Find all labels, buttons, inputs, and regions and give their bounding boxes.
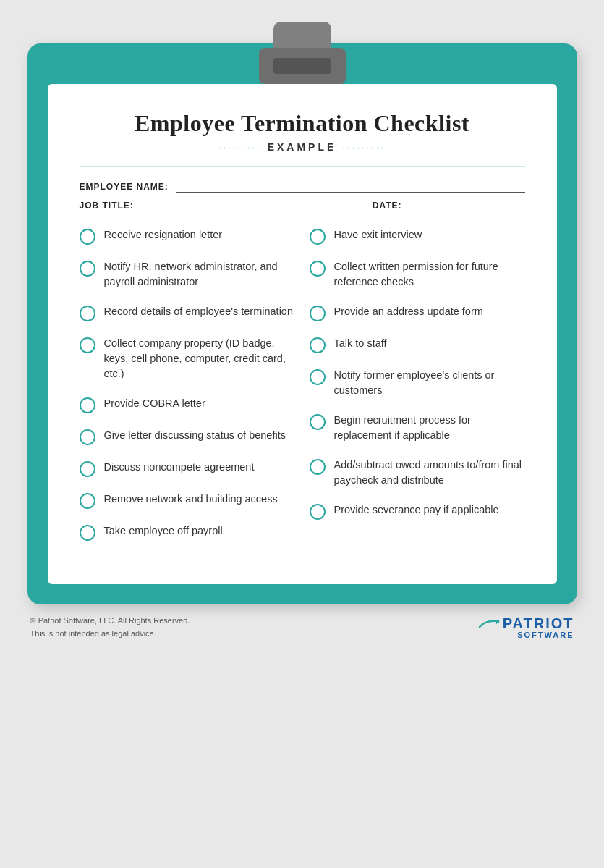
job-date-row: JOB TITLE: DATE: bbox=[80, 200, 525, 211]
item-text: Take employee off payroll bbox=[104, 523, 223, 539]
dots-left: ········· bbox=[218, 142, 262, 153]
dots-right: ········· bbox=[342, 142, 386, 153]
list-item: Remove network and building access bbox=[80, 492, 295, 509]
patriot-swoosh: PATRIOT bbox=[478, 616, 574, 631]
checkbox-circle[interactable] bbox=[80, 229, 95, 245]
brand-sub: SOFTWARE bbox=[517, 631, 574, 639]
list-item: Have exit interview bbox=[310, 227, 525, 245]
item-text: Notify HR, network administrator, and pa… bbox=[104, 259, 295, 290]
list-item: Discuss noncompete agreement bbox=[80, 460, 295, 477]
date-part: DATE: bbox=[373, 200, 525, 211]
checkbox-circle[interactable] bbox=[80, 397, 95, 413]
list-item: Notify HR, network administrator, and pa… bbox=[80, 259, 295, 290]
checkbox-circle[interactable] bbox=[80, 493, 95, 509]
item-text: Give letter discussing status of benefit… bbox=[104, 428, 286, 443]
clipboard: Employee Termination Checklist ·········… bbox=[27, 43, 577, 604]
date-label: DATE: bbox=[373, 201, 402, 211]
subtitle-row: ········· EXAMPLE ········· bbox=[80, 141, 525, 153]
item-text: Remove network and building access bbox=[104, 492, 278, 507]
checkbox-circle[interactable] bbox=[310, 306, 326, 321]
list-item: Provide severance pay if applicable bbox=[310, 502, 525, 520]
item-text: Provide an address update form bbox=[334, 304, 483, 319]
clip bbox=[259, 22, 346, 84]
form-fields: EMPLOYEE NAME: JOB TITLE: DATE: bbox=[80, 181, 525, 211]
paper: Employee Termination Checklist ·········… bbox=[48, 84, 557, 584]
footer-left: © Patriot Software, LLC. All Rights Rese… bbox=[30, 615, 190, 640]
checkbox-circle[interactable] bbox=[310, 504, 326, 520]
list-item: Collect written permission for future re… bbox=[310, 259, 525, 290]
item-text: Add/subtract owed amounts to/from final … bbox=[334, 458, 525, 488]
item-text: Provide severance pay if applicable bbox=[334, 502, 499, 518]
checkbox-circle[interactable] bbox=[80, 337, 95, 353]
brand-name: PATRIOT bbox=[503, 616, 574, 631]
employee-name-line bbox=[176, 181, 525, 193]
checkbox-circle[interactable] bbox=[310, 261, 326, 277]
list-item: Record details of employee's termination bbox=[80, 304, 295, 321]
employee-name-row: EMPLOYEE NAME: bbox=[80, 181, 525, 193]
list-item: Give letter discussing status of benefit… bbox=[80, 428, 295, 445]
checkbox-circle[interactable] bbox=[80, 461, 95, 477]
item-text: Record details of employee's termination bbox=[104, 304, 293, 319]
clip-top bbox=[48, 22, 557, 84]
patriot-logo: PATRIOT SOFTWARE bbox=[478, 616, 574, 639]
list-item: Take employee off payroll bbox=[80, 523, 295, 541]
item-text: Discuss noncompete agreement bbox=[104, 460, 255, 475]
list-item: Talk to staff bbox=[310, 336, 525, 353]
checkbox-circle[interactable] bbox=[310, 337, 326, 353]
clip-inner bbox=[273, 58, 331, 74]
divider bbox=[80, 166, 525, 167]
checklist-columns: Receive resignation letter Notify HR, ne… bbox=[80, 227, 525, 555]
date-line bbox=[409, 200, 525, 211]
copyright: © Patriot Software, LLC. All Rights Rese… bbox=[30, 615, 190, 628]
list-item: Provide COBRA letter bbox=[80, 396, 295, 413]
checkbox-circle[interactable] bbox=[310, 229, 326, 245]
checkbox-circle[interactable] bbox=[80, 261, 95, 277]
job-title-part: JOB TITLE: bbox=[80, 200, 351, 211]
item-text: Have exit interview bbox=[334, 227, 422, 243]
swoosh-icon bbox=[478, 618, 500, 628]
footer: © Patriot Software, LLC. All Rights Rese… bbox=[27, 604, 577, 640]
checkbox-circle[interactable] bbox=[310, 414, 326, 430]
document-title: Employee Termination Checklist bbox=[80, 110, 525, 137]
list-item: Collect company property (ID badge, keys… bbox=[80, 336, 295, 382]
checkbox-circle[interactable] bbox=[310, 369, 326, 385]
clip-arm bbox=[273, 22, 331, 48]
item-text: Provide COBRA letter bbox=[104, 396, 205, 411]
item-text: Receive resignation letter bbox=[104, 227, 223, 243]
checkbox-circle[interactable] bbox=[80, 306, 95, 321]
checkbox-circle[interactable] bbox=[80, 429, 95, 445]
item-text: Collect company property (ID badge, keys… bbox=[104, 336, 295, 382]
checkbox-circle[interactable] bbox=[80, 525, 95, 541]
right-column: Have exit interview Collect written perm… bbox=[310, 227, 525, 555]
list-item: Notify former employee's clients or cust… bbox=[310, 368, 525, 398]
disclaimer: This is not intended as legal advice. bbox=[30, 628, 190, 641]
item-text: Begin recruitment process for replacemen… bbox=[334, 413, 525, 443]
job-title-line bbox=[141, 200, 257, 211]
list-item: Provide an address update form bbox=[310, 304, 525, 321]
item-text: Collect written permission for future re… bbox=[334, 259, 525, 290]
item-text: Talk to staff bbox=[334, 336, 387, 351]
document-subtitle: EXAMPLE bbox=[268, 141, 337, 153]
employee-name-label: EMPLOYEE NAME: bbox=[80, 182, 169, 192]
checkbox-circle[interactable] bbox=[310, 459, 326, 475]
list-item: Add/subtract owed amounts to/from final … bbox=[310, 458, 525, 488]
clip-body bbox=[259, 48, 346, 84]
job-title-label: JOB TITLE: bbox=[80, 201, 134, 211]
left-column: Receive resignation letter Notify HR, ne… bbox=[80, 227, 295, 555]
item-text: Notify former employee's clients or cust… bbox=[334, 368, 525, 398]
list-item: Begin recruitment process for replacemen… bbox=[310, 413, 525, 443]
list-item: Receive resignation letter bbox=[80, 227, 295, 245]
